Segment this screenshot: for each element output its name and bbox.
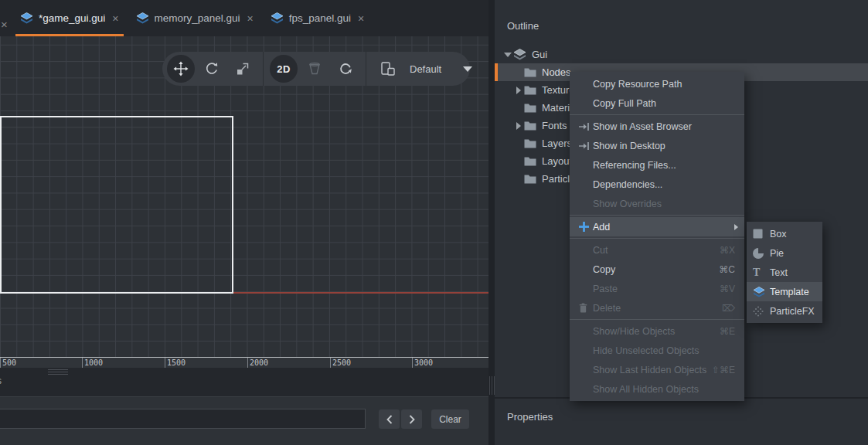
horizontal-splitter-handle[interactable] [48, 369, 68, 375]
folder-icon [524, 103, 536, 113]
trash-icon [579, 303, 587, 313]
context-menu: Copy Resource Path Copy Full Path Show i… [570, 72, 744, 401]
reload-button[interactable] [332, 55, 359, 83]
2d-mode-label: 2D [277, 63, 291, 75]
folder-icon [524, 138, 536, 148]
tab-label: fps_panel.gui [289, 12, 351, 24]
menu-item-show-all-hidden-objects: Show All Hidden Objects [570, 379, 744, 399]
editor-tab-bar: × *game_gui.gui × memory_panel.gui × fps… [0, 0, 488, 36]
scale-tool-button[interactable] [229, 55, 257, 83]
menu-item-dependencies[interactable]: Dependencies... [570, 175, 744, 194]
menu-item-copy-full-path[interactable]: Copy Full Path [570, 93, 744, 113]
search-input[interactable] [0, 409, 366, 429]
menu-item-paste: Paste ⌘V [570, 279, 744, 298]
menu-item-copy[interactable]: Copy ⌘C [570, 260, 744, 279]
clear-button[interactable]: Clear [431, 409, 469, 429]
close-icon[interactable]: × [112, 12, 118, 25]
template-layers-icon [753, 287, 765, 297]
vertical-splitter[interactable] [488, 0, 495, 445]
outline-item-gui[interactable]: Gui [495, 46, 868, 63]
menu-item-add[interactable]: Add [570, 217, 744, 236]
scene-viewport[interactable]: 2D Default [0, 36, 488, 357]
outline-item-label: Gui [532, 49, 547, 60]
chevron-right-icon[interactable] [516, 122, 521, 130]
gui-file-icon [271, 12, 284, 24]
chevron-left-icon [386, 415, 393, 424]
box-icon [753, 229, 763, 239]
chevron-down-icon[interactable] [504, 53, 512, 57]
jump-to-icon [579, 122, 590, 131]
close-icon[interactable]: × [247, 12, 254, 25]
outline-item-label: Fonts [542, 120, 567, 131]
menu-item-cut: Cut ⌘X [570, 240, 744, 260]
submenu-item-text[interactable]: T Text [747, 263, 822, 282]
clear-button-label: Clear [439, 414, 461, 425]
device-profile-button[interactable] [374, 55, 402, 83]
plus-icon [579, 222, 589, 232]
find-next-button[interactable] [401, 409, 422, 429]
profile-select-value[interactable]: Default [410, 63, 441, 75]
menu-item-show-in-desktop[interactable]: Show in Desktop [570, 136, 744, 155]
folder-icon [524, 121, 536, 131]
chevron-right-icon [409, 415, 415, 424]
outline-panel-title: Outline [507, 20, 539, 32]
folder-icon [524, 174, 536, 184]
tab-memory-panel[interactable]: memory_panel.gui × [131, 0, 258, 36]
submenu-item-particlefx[interactable]: ParticleFX [747, 301, 822, 321]
chevron-right-icon[interactable] [516, 87, 521, 94]
menu-item-show-hide-objects: Show/Hide Objects ⌘E [570, 321, 744, 341]
frustum-icon [307, 61, 322, 76]
scene-toolbar: 2D Default [162, 52, 470, 86]
menu-item-show-in-asset-browser[interactable]: Show in Asset Browser [570, 117, 744, 136]
text-icon: T [753, 267, 760, 278]
folder-icon [524, 85, 536, 95]
2d-mode-button[interactable]: 2D [270, 55, 298, 83]
find-previous-button[interactable] [379, 409, 400, 429]
menu-separator [570, 238, 744, 239]
menu-item-show-overrides: Show Overrides [570, 194, 744, 213]
menu-item-copy-resource-path[interactable]: Copy Resource Path [570, 74, 744, 93]
gui-file-icon [136, 12, 149, 24]
menu-item-hide-unselected-objects: Hide Unselected Objects [570, 341, 744, 360]
submenu-item-box[interactable]: Box [747, 224, 822, 243]
frustum-culling-button[interactable] [301, 55, 328, 83]
menu-item-delete: Delete ⌦ [570, 298, 744, 318]
gui-layers-icon [513, 49, 526, 60]
scale-icon [235, 61, 250, 76]
properties-panel-title: Properties [507, 411, 553, 423]
chevron-down-icon[interactable] [463, 66, 472, 72]
move-tool-button[interactable] [167, 55, 195, 83]
outline-item-label: Nodes [542, 66, 571, 78]
tab-fps-panel[interactable]: fps_panel.gui × [266, 0, 369, 36]
vertical-splitter-handle[interactable] [488, 376, 495, 395]
pie-icon [753, 248, 764, 259]
close-icon[interactable]: × [358, 12, 364, 25]
outline-item-label: Layers [542, 138, 572, 149]
add-submenu: Box Pie T Text Template ParticleFX [747, 222, 822, 323]
tab-label: memory_panel.gui [155, 12, 240, 24]
submenu-item-pie[interactable]: Pie [747, 243, 822, 263]
menu-separator [570, 319, 744, 320]
folder-icon [524, 156, 536, 166]
rotate-icon [204, 61, 220, 76]
folder-icon [524, 67, 536, 77]
menu-separator [570, 215, 744, 216]
scene-editor-section: × *game_gui.gui × memory_panel.gui × fps… [0, 0, 488, 445]
menu-item-referencing-files[interactable]: Referencing Files... [570, 155, 744, 175]
refresh-icon [338, 61, 353, 76]
toolbar-separator [366, 52, 366, 86]
close-icon[interactable]: × [1, 19, 8, 30]
move-icon [173, 61, 189, 76]
submenu-arrow-icon [734, 224, 738, 230]
rotate-tool-button[interactable] [198, 55, 226, 83]
gui-bounds-rect [0, 116, 233, 294]
particlefx-icon [753, 306, 764, 317]
tab-label: *game_gui.gui [39, 12, 105, 24]
tab-game-gui[interactable]: *game_gui.gui × [15, 0, 124, 36]
device-icon [380, 61, 397, 76]
toolbar-separator [263, 52, 264, 86]
clipped-text-fragment: s [0, 375, 2, 386]
submenu-item-template[interactable]: Template [747, 282, 822, 301]
menu-separator [570, 114, 744, 115]
horizontal-ruler: 500 1000 1500 2000 2500 3000 [0, 357, 488, 368]
